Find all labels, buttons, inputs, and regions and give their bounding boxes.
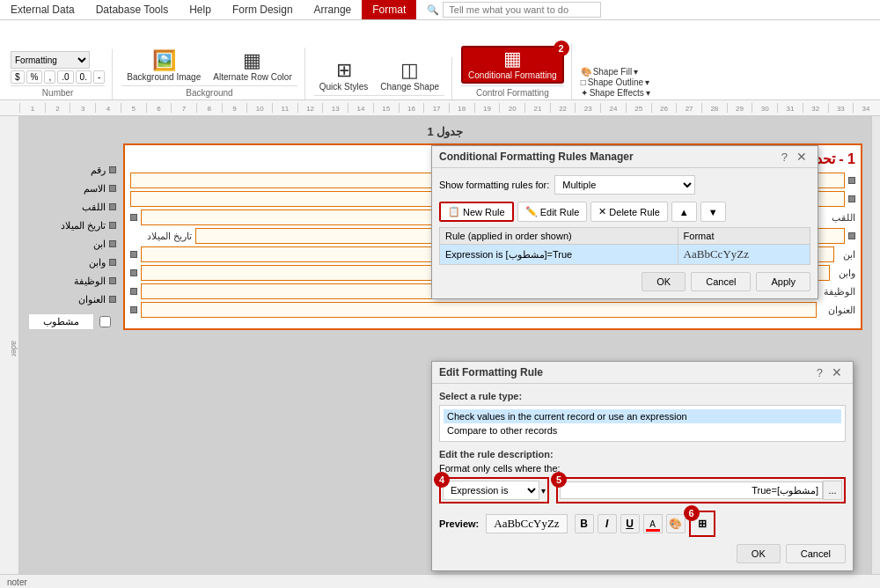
right-field-laqab: اللقب — [28, 199, 116, 215]
efr-dialog-content: Select a rule type: Check values in the … — [432, 384, 853, 570]
ruler-tick: 26 — [651, 103, 677, 113]
background-image-btn[interactable]: 🖼️ Background Image — [121, 49, 206, 84]
efr-dialog-close-btn[interactable]: ✕ — [828, 365, 846, 379]
efr-rule-type-expression[interactable]: Check values in the current record or us… — [444, 409, 841, 423]
right-handle — [109, 259, 116, 266]
percent-btn[interactable]: % — [26, 70, 43, 84]
right-spacer — [28, 143, 116, 159]
cfm-dialog-header: Conditional Formatting Rules Manager ? ✕ — [432, 146, 818, 168]
cfm-toolbar: 📋 New Rule ✏️ Edit Rule ✕ Delete Rule ▲ … — [439, 202, 810, 222]
new-rule-btn[interactable]: 📋 New Rule — [439, 202, 514, 222]
efr-value-input[interactable] — [560, 481, 823, 499]
efr-dialog[interactable]: Edit Formatting Rule ? ✕ Select a rule t… — [431, 361, 854, 571]
comma-btn[interactable]: , — [44, 70, 55, 84]
efr-select-rule-label: Select a rule type: — [439, 391, 846, 401]
right-label-anwan: العنوان — [78, 294, 106, 305]
efr-bold-btn[interactable]: B — [575, 514, 594, 533]
tab-format[interactable]: Format — [362, 0, 416, 19]
efr-step6-box: 6 ⊞ — [689, 511, 715, 537]
efr-cancel-btn[interactable]: Cancel — [786, 544, 846, 563]
control-formatting-group-label: Control Formatting — [461, 85, 564, 98]
tab-database-tools[interactable]: Database Tools — [85, 0, 180, 19]
shape-group-label — [314, 95, 444, 98]
efr-condition-dropdown-arrow: ▾ — [541, 486, 546, 496]
efr-select-rule-section: Select a rule type: Check values in the … — [439, 391, 846, 442]
efr-underline-btn[interactable]: U — [620, 514, 640, 533]
search-input[interactable] — [443, 2, 601, 18]
cfm-apply-btn[interactable]: Apply — [756, 272, 810, 291]
quick-styles-btn[interactable]: ⊞ Quick Styles — [314, 59, 374, 93]
mashtoub-btn[interactable]: مشطوب — [28, 313, 94, 330]
anwan-label: العنوان — [820, 305, 855, 316]
step-5-badge: 5 — [551, 472, 567, 488]
ruler-tick: 24 — [600, 103, 626, 113]
cfm-rule-row[interactable]: Expression is [مشطوب]=True AaBbCcYyZz — [440, 245, 810, 265]
right-handle — [109, 277, 116, 284]
tab-external-data[interactable]: External Data — [0, 0, 85, 19]
move-down-btn[interactable]: ▼ — [700, 202, 726, 222]
neg-btn[interactable]: - — [93, 70, 105, 84]
efr-ok-btn[interactable]: OK — [737, 544, 781, 563]
ribbon-group-background: 🖼️ Background Image ▦ Alternate Row Colo… — [114, 48, 304, 99]
cfm-dialog[interactable]: Conditional Formatting Rules Manager ? ✕… — [431, 145, 818, 299]
input-anwan[interactable] — [141, 302, 817, 318]
tab-form-design[interactable]: Form Design — [222, 0, 304, 19]
ruler-tick: 4 — [95, 103, 121, 113]
edit-rule-btn[interactable]: ✏️ Edit Rule — [517, 202, 588, 222]
move-up-btn[interactable]: ▲ — [671, 202, 697, 222]
alternate-row-color-btn[interactable]: ▦ Alternate Row Color — [208, 49, 297, 84]
cfm-dialog-help-btn[interactable]: ? — [778, 150, 791, 164]
left-sidebar-label: ader — [10, 341, 18, 356]
change-shape-btn[interactable]: ◫ Change Shape — [375, 59, 444, 93]
efr-rule-type-compare[interactable]: Compare to other records — [444, 423, 841, 437]
efr-step5-box: 5 ... — [556, 477, 846, 503]
efr-font-color-btn[interactable]: A — [643, 514, 663, 533]
ruler-tick: 5 — [121, 103, 146, 113]
efr-dialog-help-btn[interactable]: ? — [813, 365, 826, 379]
efr-ellipsis-btn[interactable]: ... — [823, 481, 842, 500]
formatting-select[interactable]: Formatting — [11, 51, 90, 69]
ruler-tick: 23 — [575, 103, 600, 113]
ruler-tick: 34 — [853, 103, 878, 113]
cfm-cancel-btn[interactable]: Cancel — [691, 272, 751, 291]
tab-help[interactable]: Help — [179, 0, 222, 19]
efr-condition-select[interactable]: Expression is Value is Field Has Focus F… — [443, 481, 539, 500]
ruler-tick: 8 — [196, 103, 222, 113]
cfm-col-format: Format — [678, 228, 810, 245]
alternate-row-color-icon: ▦ — [243, 51, 261, 70]
background-image-label: Background Image — [127, 72, 201, 82]
efr-preview-row: Preview: AaBbCcYyZz B I U A 🎨 — [439, 511, 846, 537]
delete-rule-label: Delete Rule — [609, 207, 659, 217]
efr-dialog-header: Edit Formatting Rule ? ✕ — [432, 362, 853, 384]
efr-edit-desc-section: Edit the rule description: Format only c… — [439, 449, 846, 503]
step-6-badge: 6 — [684, 505, 700, 521]
ruler-tick: 19 — [474, 103, 500, 113]
delete-rule-btn[interactable]: ✕ Delete Rule — [590, 202, 667, 222]
mashtoub-checkbox[interactable] — [99, 316, 111, 327]
cfm-footer: OK Cancel Apply — [439, 272, 810, 291]
efr-fill-color-btn[interactable]: 🎨 — [666, 514, 686, 533]
tab-arrange[interactable]: Arrange — [304, 0, 363, 19]
decrease-decimal-btn[interactable]: 0. — [76, 70, 92, 84]
cfm-show-rules-label: Show formatting rules for: — [439, 180, 549, 190]
cfm-show-rules-select[interactable]: Multiple — [554, 175, 695, 195]
cfm-ok-btn[interactable]: OK — [642, 272, 686, 291]
right-field-ism: الاسم — [28, 180, 116, 196]
shape-effects-btn[interactable]: ✦ Shape Effects ▾ — [581, 88, 650, 98]
fill-color-icon: 🎨 — [669, 518, 682, 530]
currency-btn[interactable]: $ — [11, 70, 25, 84]
field-handle-ism — [848, 195, 855, 202]
right-fields: رقم الاسم اللقب تاريخ الميلاد ابن — [28, 143, 116, 330]
efr-italic-btn[interactable]: I — [598, 514, 617, 533]
right-handle — [109, 166, 116, 173]
shape-outline-btn[interactable]: □ Shape Outline ▾ — [581, 77, 650, 87]
efr-preview-section: Preview: AaBbCcYyZz B I U A 🎨 — [439, 511, 846, 537]
shape-effects-icon: ✦ — [581, 88, 588, 98]
ruler-tick: 9 — [222, 103, 247, 113]
increase-decimal-btn[interactable]: .0 — [57, 70, 73, 84]
shape-fill-btn[interactable]: 🎨 Shape Fill ▾ — [581, 67, 650, 77]
conditional-formatting-btn[interactable]: ▦ Conditional Formatting — [461, 46, 564, 84]
ruler-tick: 25 — [626, 103, 651, 113]
quick-styles-icon: ⊞ — [336, 61, 352, 80]
cfm-dialog-close-btn[interactable]: ✕ — [793, 150, 810, 164]
